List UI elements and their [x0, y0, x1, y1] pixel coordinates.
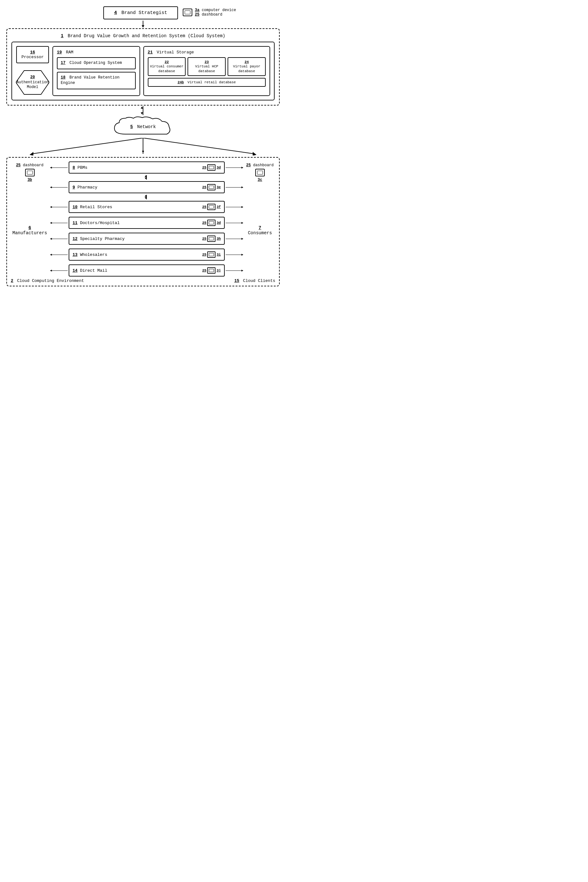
device-3a-box	[183, 9, 192, 16]
left-col: 16 Processor 20 Authentication Model	[16, 46, 49, 96]
diagram-root: 4 Brand Strategist 3a computer device 25…	[6, 6, 280, 286]
brand-strategist-box: 4 Brand Strategist	[103, 6, 178, 20]
svg-line-3	[143, 138, 254, 154]
channel-pbms: 8 PBMs 25 3d	[69, 162, 224, 174]
ram-label: 19 RAM	[57, 50, 136, 55]
consumers-dashboard: 25 dashboard 3c	[246, 163, 274, 182]
v24-box: 24 Virtual payor database	[228, 57, 266, 76]
authentication-box: 20 Authentication Model	[16, 69, 49, 96]
v22-box: 22 Virtual consumer database	[148, 57, 186, 76]
manufacturers-dashboard: 25 dashboard 3b	[16, 163, 43, 182]
manufacturers-label: 6 Manufacturers	[12, 225, 47, 236]
channel-specialty: 12 Specialty Pharmacy 25 3h	[69, 232, 224, 245]
ram-box: 19 RAM 17 Cloud Operating System 18 Bran…	[52, 46, 140, 96]
v24b-box: 24b Virtual retail database	[148, 78, 266, 87]
consumers-label: 7 Consumers	[248, 225, 272, 236]
channels-col: ◀ 8 PBMs 25 3d ▶	[49, 162, 244, 276]
svg-marker-4	[253, 152, 256, 155]
network-cloud: 5 Network	[108, 116, 178, 138]
cloud-system-label: 1 Brand Drug Value Growth and Retention …	[12, 33, 274, 39]
channel-doctors: 11 Doctors/Hospital 25 3d	[69, 217, 224, 229]
brand-strategist-num: 4	[114, 10, 117, 16]
cloud-clients-label: 15 Cloud Clients	[234, 278, 275, 283]
brand-strategist-label: Brand Strategist	[122, 10, 167, 16]
virtual-storage-box: 21 Virtual Storage 22 Virtual consumer d…	[143, 46, 270, 96]
channel-pharmacy: 9 Pharmacy 25 3e	[69, 181, 224, 193]
device-3a-labels: 3a computer device 25 dashboard	[195, 8, 236, 17]
cloud-computing-label: 2 Cloud Computing Environment	[11, 278, 84, 283]
channel-directmail: 14 Direct Mail 25 3j	[69, 264, 224, 276]
cloud-system-outer: 1 Brand Drug Value Growth and Retention …	[6, 28, 280, 105]
v23-box: 23 Virtual HCP database	[188, 57, 226, 76]
bottom-dashed-box: 25 dashboard 3b 6 Manufacturers	[6, 157, 280, 286]
device-3a-num: 3a	[195, 8, 199, 12]
brand-value-box: 18 Brand Value Retention Engine	[57, 72, 136, 89]
processor-box: 16 Processor	[16, 46, 49, 63]
virtual-storage-label: 21 Virtual Storage	[148, 50, 266, 55]
cloud-system-inner: 16 Processor 20 Authentication Model	[12, 42, 274, 100]
cloud-os-box: 17 Cloud Operating System	[57, 57, 136, 69]
network-section: 5 Network	[6, 116, 280, 138]
dashboard-3a-num: 25	[195, 12, 199, 17]
channel-retail: 10 Retail Stores 25 3f	[69, 201, 224, 213]
channel-wholesalers: 13 Wholesalers 25 3i	[69, 249, 224, 261]
manufacturers-col: 25 dashboard 3b 6 Manufacturers	[11, 162, 49, 276]
device-3a-container: 3a computer device 25 dashboard	[183, 8, 236, 17]
consumers-col: 25 dashboard 3c 7 Consumers	[245, 162, 275, 276]
